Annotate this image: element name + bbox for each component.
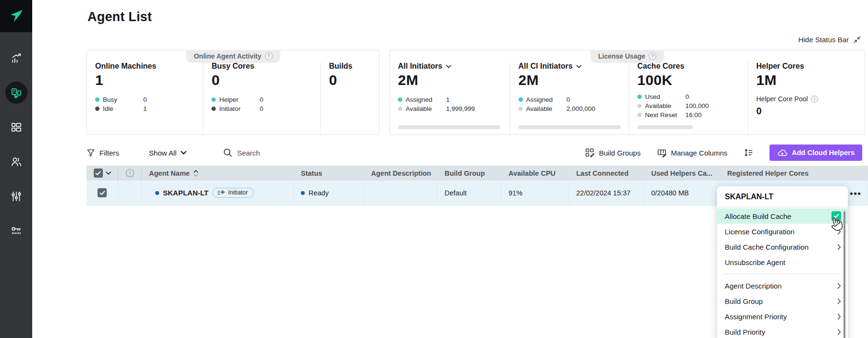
- menu-item-allocate-build-cache[interactable]: Allocate Build Cache: [717, 208, 848, 224]
- legend-row: Assigned0: [519, 96, 629, 103]
- legend-row: Available2,000,000: [519, 105, 629, 112]
- status-dot: [301, 191, 305, 195]
- column-header-agent-description[interactable]: Agent Description: [364, 166, 437, 181]
- menu-item-build-cache-configuration[interactable]: Build Cache Configuration: [717, 239, 848, 254]
- row-agent-name-cell: SKAPLAN-LT Initiator: [142, 181, 294, 205]
- chevron-down-icon[interactable]: [106, 171, 111, 175]
- row-more-actions-button[interactable]: •••: [850, 188, 861, 199]
- build-groups-button[interactable]: Build Groups: [585, 148, 641, 157]
- users-icon: [10, 156, 23, 168]
- active-indicator: [5, 82, 27, 104]
- analytics-icon: [10, 52, 23, 64]
- filter-icon: [87, 148, 95, 157]
- online-agent-activity-card: Online Agent Activity ? Online Machines …: [87, 50, 380, 135]
- sort-order-icon: [744, 148, 753, 157]
- help-icon[interactable]: ?: [265, 52, 273, 60]
- chevron-right-icon: [837, 329, 841, 335]
- chevron-right-icon: [837, 298, 841, 304]
- metric-helper-cores: Helper Cores 1M Helper Core Pool i 0: [748, 62, 865, 134]
- row-alert-cell: [118, 181, 142, 205]
- alerts-column-header[interactable]: [118, 166, 142, 181]
- manage-columns-button[interactable]: Manage Columns: [657, 148, 728, 157]
- cloud-plus-icon: [777, 149, 787, 157]
- sidebar: [0, 0, 32, 338]
- row-status-cell: Ready: [294, 181, 364, 205]
- sidebar-nav: [0, 32, 32, 248]
- check-icon: [95, 171, 101, 176]
- manage-columns-icon: [657, 148, 667, 157]
- sort-icon[interactable]: [194, 170, 198, 177]
- chevron-down-icon[interactable]: [446, 65, 451, 68]
- metric-value: 2M: [398, 72, 510, 88]
- license-usage-label: License Usage: [598, 52, 645, 60]
- show-all-dropdown[interactable]: Show All: [149, 149, 187, 157]
- idle-dot: [95, 107, 99, 111]
- menu-item-agent-description[interactable]: Agent Description: [717, 278, 848, 293]
- menu-scrollbar[interactable]: [843, 211, 845, 338]
- metric-all-ci-initiators: All CI Initiators 2M Assigned0 Available…: [510, 62, 629, 134]
- menu-item-unsubscribe-agent[interactable]: Unsubscribe Agent: [717, 254, 848, 270]
- menu-item-license-configuration[interactable]: License Configuration: [717, 224, 848, 239]
- legend-row: Helper0: [211, 96, 320, 103]
- metric-online-machines: Online Machines 1 Busy0 Idle1: [87, 62, 203, 134]
- initiator-badge: Initiator: [212, 188, 254, 198]
- agent-list-page: Agent List Hide Status Bar Online Agent …: [0, 0, 868, 338]
- initiator-dot: [211, 107, 216, 111]
- helper-core-pool-label: Helper Core Pool: [756, 95, 808, 103]
- column-header-status[interactable]: Status: [294, 166, 364, 181]
- column-header-available-cpu[interactable]: Available CPU: [501, 166, 569, 181]
- row-build-group-cell: Default: [437, 181, 501, 205]
- legend-row: Busy0: [95, 96, 203, 103]
- online-agent-activity-pill: Online Agent Activity ?: [186, 50, 280, 63]
- hide-status-bar-button[interactable]: Hide Status Bar: [798, 36, 861, 44]
- menu-item-build-priority[interactable]: Build Priority: [717, 324, 848, 338]
- chevron-right-icon: [837, 244, 841, 250]
- available-dot: [637, 104, 642, 108]
- metric-value: 2M: [519, 72, 629, 88]
- column-header-last-connected[interactable]: Last Connected: [569, 166, 644, 181]
- metric-title: Busy Cores: [211, 62, 320, 71]
- assigned-dot: [398, 97, 402, 102]
- chevron-down-icon[interactable]: [576, 65, 582, 68]
- column-header-used-helpers[interactable]: Used Helpers Ca...: [644, 166, 720, 181]
- sidebar-item-license[interactable]: [0, 214, 32, 248]
- filters-button[interactable]: Filters: [87, 148, 119, 157]
- helper-core-pool-value: 0: [756, 106, 865, 117]
- legend-row: Next Reset16:00: [637, 111, 748, 119]
- build-groups-edit-icon: [585, 148, 595, 157]
- sidebar-item-dashboard[interactable]: [0, 41, 32, 75]
- menu-item-build-group[interactable]: Build Group: [717, 293, 848, 309]
- column-header-build-group[interactable]: Build Group: [437, 166, 501, 181]
- legend-row: Idle1: [95, 105, 203, 112]
- metric-builds: Builds 0: [320, 62, 379, 134]
- sidebar-item-build-groups[interactable]: [0, 110, 32, 145]
- row-checkbox[interactable]: [98, 188, 107, 197]
- metric-value: 0: [329, 72, 379, 88]
- assigned-dot: [519, 97, 523, 102]
- hide-status-bar-label: Hide Status Bar: [798, 36, 849, 44]
- help-icon[interactable]: ?: [649, 52, 657, 60]
- column-header-registered-helper-cores[interactable]: Registered Helper Cores: [720, 166, 868, 181]
- build-groups-icon: [10, 121, 23, 133]
- initiator-badge-icon: [217, 190, 225, 196]
- brand-logo-icon: [8, 8, 25, 24]
- select-all-checkbox[interactable]: [94, 169, 103, 178]
- menu-item-assignment-priority[interactable]: Assignment Priority: [717, 309, 848, 324]
- info-icon[interactable]: i: [811, 96, 818, 103]
- available-dot: [398, 107, 402, 111]
- legend-row: Used0: [637, 93, 748, 100]
- sidebar-item-agents[interactable]: [0, 75, 32, 110]
- row-agent-description-cell: [364, 181, 437, 205]
- check-icon: [99, 191, 105, 195]
- allocate-build-cache-checkbox[interactable]: [831, 211, 841, 221]
- legend-row: Available1,999,999: [398, 105, 510, 112]
- sort-order-button[interactable]: [744, 148, 753, 157]
- add-cloud-helpers-button[interactable]: Add Cloud Helpers: [769, 145, 862, 161]
- column-header-agent-name[interactable]: Agent Name: [142, 166, 294, 181]
- chevron-down-icon: [181, 151, 186, 155]
- sidebar-item-settings[interactable]: [0, 179, 32, 214]
- usage-progress-bar: [519, 125, 621, 129]
- search-button[interactable]: Search: [223, 148, 260, 157]
- sidebar-item-users[interactable]: [0, 145, 32, 179]
- busy-dot: [95, 97, 99, 102]
